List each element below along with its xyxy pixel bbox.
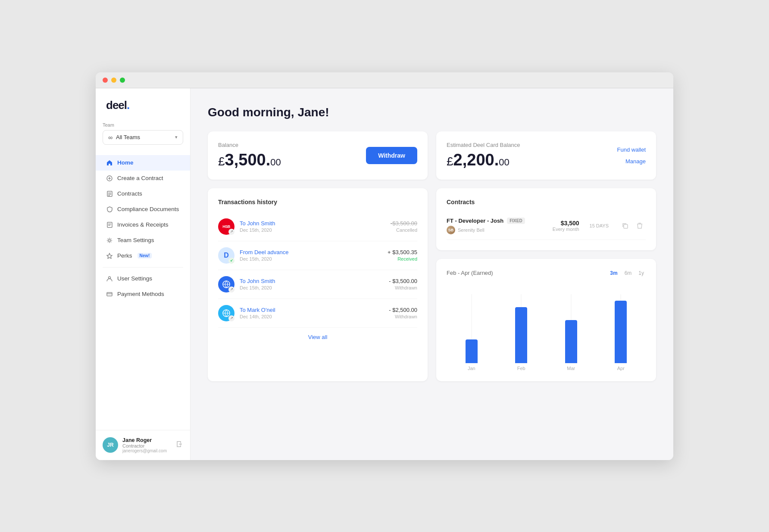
svg-rect-7 xyxy=(107,222,112,227)
gear-icon xyxy=(106,237,113,244)
transaction-item: D ↙ From Deel advance Dec 15th, 2020 + $… xyxy=(218,241,417,270)
sidebar: deel. Team ∞ All Teams ▾ xyxy=(96,88,191,460)
deel-card-balance: Estimated Deel Card Balance £2,200.00 Fu… xyxy=(436,131,656,180)
arrow-up-icon-3: ↗ xyxy=(228,315,234,321)
chart-bar-mar xyxy=(565,320,577,363)
sidebar-item-contracts-label: Contracts xyxy=(117,190,142,197)
user-info: Jane Roger Contractor janerogers@gmail.c… xyxy=(122,437,172,453)
sidebar-item-user-settings[interactable]: User Settings xyxy=(96,271,190,286)
chart-label-mar: Mar xyxy=(546,366,596,371)
sidebar-item-create-contract[interactable]: Create a Contract xyxy=(96,171,190,186)
logout-icon[interactable] xyxy=(176,441,183,449)
user-role: Contractor xyxy=(122,443,172,448)
sidebar-item-contracts[interactable]: Contracts xyxy=(96,186,190,202)
tx-status-3: Withdrawn xyxy=(389,285,417,290)
globe-icon-2: ↗ xyxy=(218,305,234,321)
chart-label-jan: Jan xyxy=(447,366,497,371)
transactions-title: Transactions history xyxy=(218,199,417,205)
chart-card: Feb - Apr (Earned) 3m 6m 1y xyxy=(436,259,656,381)
transaction-item: HSB ↗ To John Smith Dec 15th, 2020 -$3,5… xyxy=(218,212,417,241)
transactions-card: Transactions history HSB ↗ To John Smith… xyxy=(208,188,428,381)
sidebar-item-payment-methods-label: Payment Methods xyxy=(117,291,164,297)
infinity-icon: ∞ xyxy=(108,134,113,141)
sidebar-item-compliance-label: Compliance Documents xyxy=(117,206,179,212)
tx-name-2[interactable]: From Deel advance xyxy=(240,249,382,255)
chart-x-labels: Jan Feb Mar Apr xyxy=(447,366,646,371)
tx-amount-4: - $2,500.00 xyxy=(389,307,417,313)
browser-chrome xyxy=(96,72,673,88)
user-icon xyxy=(106,275,113,282)
tx-amount-3: - $3,500.00 xyxy=(389,278,417,284)
team-label: Team xyxy=(103,122,183,128)
team-section: Team ∞ All Teams ▾ xyxy=(96,122,190,152)
hsb-icon: HSB ↗ xyxy=(218,218,234,235)
chart-col-mar xyxy=(546,294,596,363)
globe-icon-1: ↗ xyxy=(218,276,234,292)
close-dot[interactable] xyxy=(103,78,108,83)
withdraw-button[interactable]: Withdraw xyxy=(366,147,417,164)
chart-label-apr: Apr xyxy=(596,366,646,371)
tx-status-4: Withdrawn xyxy=(389,314,417,319)
sidebar-item-perks[interactable]: Perks New! xyxy=(96,248,190,264)
chart-header: Feb - Apr (Earned) 3m 6m 1y xyxy=(447,269,646,277)
tx-date-3: Dec 15th, 2020 xyxy=(240,285,384,290)
tx-name-3[interactable]: To John Smith xyxy=(240,278,384,284)
arrow-up-icon: ↗ xyxy=(228,229,234,235)
chart-bar-apr xyxy=(615,301,627,363)
tx-name-4[interactable]: To Mark O'neil xyxy=(240,307,384,313)
chart-col-apr xyxy=(596,294,646,363)
contract-item: FT - Developer - Josh FIXED SB Serenity … xyxy=(447,212,646,240)
balance-label: Balance xyxy=(218,142,281,148)
sidebar-item-home-label: Home xyxy=(117,159,134,166)
perks-badge: New! xyxy=(138,253,152,258)
sidebar-item-team-settings[interactable]: Team Settings xyxy=(96,233,190,248)
delete-contract-button[interactable] xyxy=(634,220,646,232)
user-name: Jane Roger xyxy=(122,437,172,443)
minimize-dot[interactable] xyxy=(111,78,116,83)
arrow-down-icon: ↙ xyxy=(228,258,234,264)
transaction-item: ↗ To Mark O'neil Dec 14th, 2020 - $2,500… xyxy=(218,299,417,328)
tx-date-4: Dec 14th, 2020 xyxy=(240,314,384,319)
plus-circle-icon xyxy=(106,175,113,182)
balance-currency: £ xyxy=(218,155,225,168)
tx-status-1: Cancelled xyxy=(391,227,417,233)
team-dropdown[interactable]: ∞ All Teams ▾ xyxy=(103,130,183,145)
document-icon xyxy=(106,190,113,197)
sidebar-item-user-settings-label: User Settings xyxy=(117,275,152,282)
tx-amount-2: + $3,500.35 xyxy=(388,249,417,255)
chart-bar-feb xyxy=(515,307,527,363)
copy-contract-button[interactable] xyxy=(619,220,631,232)
sidebar-item-home[interactable]: Home xyxy=(96,155,190,171)
svg-rect-13 xyxy=(107,292,112,296)
chart-columns xyxy=(447,294,646,363)
view-all-link[interactable]: View all xyxy=(308,334,328,340)
sidebar-item-compliance[interactable]: Compliance Documents xyxy=(96,202,190,217)
contract-days: 15 DAYS xyxy=(590,223,609,228)
chart-tab-6m[interactable]: 6m xyxy=(623,269,634,277)
contract-details: FT - Developer - Josh FIXED SB Serenity … xyxy=(447,218,547,234)
chart-col-feb xyxy=(497,294,547,363)
dashboard-grid: Balance £3,500.00 Withdraw Estimated Dee… xyxy=(208,131,656,381)
contracts-card: Contracts FT - Developer - Josh FIXED SB xyxy=(436,188,656,250)
view-all: View all xyxy=(218,328,417,341)
manage-link[interactable]: Manage xyxy=(625,158,646,165)
contract-name: FT - Developer - Josh xyxy=(447,218,503,224)
maximize-dot[interactable] xyxy=(120,78,125,83)
chart-tab-1y[interactable]: 1y xyxy=(637,269,646,277)
fund-wallet-link[interactable]: Fund wallet xyxy=(617,146,646,153)
star-icon xyxy=(106,252,113,259)
sidebar-user-section: JR Jane Roger Contractor janerogers@gmai… xyxy=(96,430,190,460)
team-dropdown-label: All Teams xyxy=(116,134,172,140)
chart-tab-3m[interactable]: 3m xyxy=(608,269,619,277)
sidebar-item-invoices[interactable]: Invoices & Receipts xyxy=(96,217,190,233)
chart-area xyxy=(447,286,646,363)
person-name: Serenity Bell xyxy=(458,227,485,233)
contract-badge: FIXED xyxy=(507,218,525,224)
arrow-up-icon-2: ↗ xyxy=(228,286,234,292)
svg-rect-17 xyxy=(624,224,628,228)
sidebar-item-payment-methods[interactable]: Payment Methods xyxy=(96,286,190,302)
tx-name-1[interactable]: To John Smith xyxy=(240,220,385,227)
logo: deel. xyxy=(96,99,190,122)
person-avatar: SB xyxy=(447,226,455,234)
logo-text: deel. xyxy=(106,99,129,112)
